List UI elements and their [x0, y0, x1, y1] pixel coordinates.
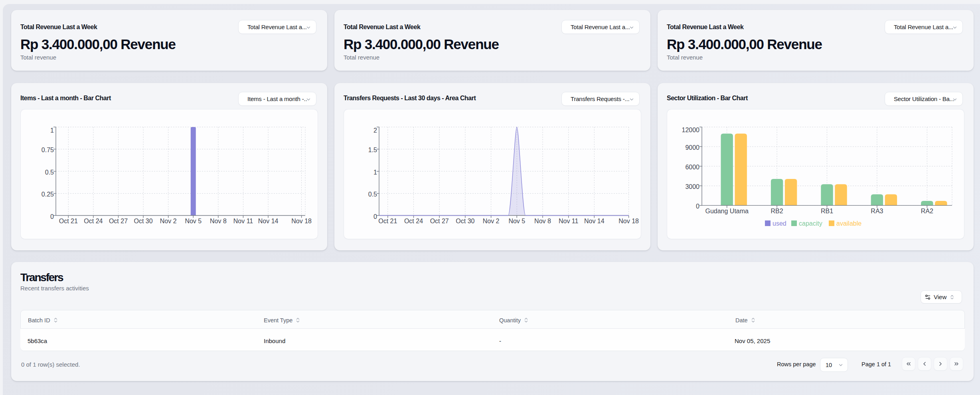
svg-text:0.75: 0.75: [41, 147, 54, 153]
svg-text:0: 0: [373, 213, 377, 220]
svg-text:0.5: 0.5: [368, 191, 377, 198]
svg-text:Oct 30: Oct 30: [456, 218, 474, 224]
svg-text:0: 0: [696, 203, 699, 210]
svg-text:Nov 14: Nov 14: [258, 218, 279, 224]
svg-text:RA3: RA3: [871, 208, 883, 214]
svg-text:Oct 27: Oct 27: [430, 218, 449, 224]
svg-text:1: 1: [50, 127, 54, 134]
svg-text:Nov 8: Nov 8: [210, 218, 227, 224]
svg-text:RB1: RB1: [821, 208, 833, 214]
svg-text:Nov 2: Nov 2: [483, 218, 500, 224]
svg-text:Nov 5: Nov 5: [185, 218, 202, 224]
svg-text:Nov 14: Nov 14: [584, 218, 605, 224]
svg-text:Nov 18: Nov 18: [618, 218, 639, 224]
svg-text:available: available: [836, 220, 861, 227]
svg-text:RA2: RA2: [921, 208, 933, 214]
svg-text:Nov 2: Nov 2: [160, 218, 177, 224]
svg-text:Oct 30: Oct 30: [134, 218, 153, 224]
svg-text:Nov 11: Nov 11: [233, 218, 253, 224]
svg-text:Gudang Utama: Gudang Utama: [705, 208, 749, 214]
svg-text:Nov 5: Nov 5: [508, 218, 525, 224]
svg-text:Oct 27: Oct 27: [109, 218, 128, 224]
svg-text:1.5: 1.5: [368, 147, 377, 153]
svg-text:0: 0: [50, 213, 54, 220]
svg-text:Nov 18: Nov 18: [291, 218, 312, 224]
svg-text:Oct 24: Oct 24: [84, 218, 103, 224]
svg-text:1: 1: [373, 169, 377, 176]
svg-text:0.25: 0.25: [41, 191, 54, 198]
svg-text:RB2: RB2: [771, 208, 783, 214]
svg-text:0.5: 0.5: [45, 169, 54, 176]
svg-text:12000: 12000: [682, 127, 700, 133]
svg-text:6000: 6000: [685, 164, 699, 171]
svg-text:Nov 11: Nov 11: [559, 218, 579, 224]
svg-text:Oct 21: Oct 21: [59, 218, 78, 224]
svg-text:9000: 9000: [685, 144, 699, 151]
svg-text:Oct 24: Oct 24: [404, 218, 423, 224]
svg-text:Oct 21: Oct 21: [378, 218, 397, 224]
svg-text:used: used: [773, 220, 786, 227]
svg-text:Nov 8: Nov 8: [534, 218, 551, 224]
svg-text:capacity: capacity: [799, 220, 822, 227]
svg-text:3000: 3000: [685, 183, 699, 190]
svg-text:2: 2: [373, 127, 377, 134]
